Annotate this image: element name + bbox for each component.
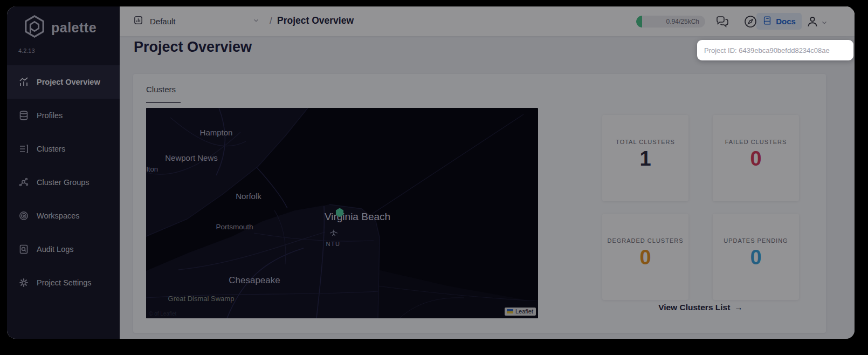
stat-label: DEGRADED CLUSTERS	[602, 237, 688, 244]
sidebar-item-label: Profiles	[37, 111, 63, 120]
map-attribution: © of Leaflet	[149, 311, 176, 317]
breadcrumb-separator: /	[270, 16, 272, 26]
stat-value: 1	[602, 147, 688, 170]
leaflet-attribution[interactable]: Leaflet	[505, 308, 536, 316]
stat-card-degraded-clusters: DEGRADED CLUSTERS 0	[602, 214, 688, 300]
stat-card-failed-clusters: FAILED CLUSTERS 0	[713, 115, 799, 201]
app-version: 4.2.13	[18, 47, 35, 54]
page-title: Project Overview	[134, 39, 252, 56]
project-id-tooltip: Project ID: 6439ebca90befdd8234c08ae	[697, 40, 853, 60]
sidebar-item-clusters[interactable]: Clusters	[7, 132, 120, 166]
sidebar-item-label: Audit Logs	[37, 245, 74, 254]
bar-chart-icon	[18, 77, 29, 87]
sidebar-nav: Project Overview Profiles	[7, 65, 120, 299]
docs-button[interactable]: Docs	[756, 13, 802, 30]
help-compass-icon[interactable]	[743, 14, 758, 29]
stat-value: 0	[602, 246, 688, 269]
network-icon	[18, 177, 29, 188]
stat-card-updates-pending: UPDATES PENDING 0	[713, 214, 799, 300]
stat-value: 0	[713, 147, 799, 170]
usage-meter-fill	[636, 16, 642, 28]
sidebar-item-cluster-groups[interactable]: Cluster Groups	[7, 166, 120, 199]
sidebar-item-audit-logs[interactable]: Audit Logs	[7, 233, 120, 266]
target-icon	[18, 210, 29, 221]
breadcrumb[interactable]: Project Overview	[277, 15, 354, 26]
brand-logo[interactable]: palette	[23, 15, 97, 40]
sidebar-item-label: Project Overview	[37, 78, 100, 86]
topbar: Default / Project Overview 0.94/25kCh	[120, 6, 855, 36]
screenshot-stage: palette 4.2.13 Project Overview	[0, 0, 868, 355]
book-icon	[762, 16, 772, 27]
stat-value: 0	[713, 246, 799, 269]
sidebar-item-profiles[interactable]: Profiles	[7, 99, 120, 132]
brand-name: palette	[51, 20, 97, 36]
ukraine-flag-icon	[507, 309, 513, 313]
clusters-map[interactable]: Hampton Newport News llton Norfolk Ports…	[146, 108, 538, 318]
chat-icon[interactable]	[715, 14, 730, 29]
view-clusters-list-label: View Clusters List	[658, 303, 730, 312]
tab-active-indicator	[146, 102, 181, 103]
clusters-panel: Clusters	[133, 74, 826, 333]
usage-meter-value: 0.94/25kCh	[666, 16, 699, 28]
project-scope-icon	[133, 15, 143, 28]
database-icon	[18, 110, 29, 121]
usage-meter: 0.94/25kCh	[636, 16, 705, 28]
user-menu-chevron-icon[interactable]	[821, 19, 828, 26]
sidebar-item-project-overview[interactable]: Project Overview	[7, 65, 120, 99]
sidebar-item-project-settings[interactable]: Project Settings	[7, 266, 120, 299]
doc-search-icon	[18, 244, 29, 255]
user-profile-icon[interactable]	[805, 15, 821, 30]
project-id-tooltip-text: Project ID: 6439ebca90befdd8234c08ae	[704, 46, 830, 54]
sidebar-item-label: Cluster Groups	[37, 178, 89, 187]
stat-label: FAILED CLUSTERS	[713, 139, 799, 145]
list-icon	[18, 144, 29, 154]
arrow-right-icon: →	[734, 303, 743, 312]
docs-button-label: Docs	[776, 17, 796, 26]
palette-app-window: palette 4.2.13 Project Overview	[7, 6, 855, 339]
tab-clusters[interactable]: Clusters	[146, 85, 176, 94]
view-clusters-list-link[interactable]: View Clusters List→	[602, 303, 799, 312]
project-selector-value: Default	[150, 17, 176, 26]
stat-label: TOTAL CLUSTERS	[602, 139, 688, 145]
sidebar-item-workspaces[interactable]: Workspaces	[7, 199, 120, 233]
sidebar: palette 4.2.13 Project Overview	[7, 6, 120, 339]
sidebar-item-label: Workspaces	[37, 211, 80, 220]
leaflet-label: Leaflet	[515, 308, 533, 315]
stat-card-total-clusters: TOTAL CLUSTERS 1	[602, 115, 688, 201]
project-selector[interactable]: Default	[133, 6, 260, 36]
sidebar-item-label: Project Settings	[37, 278, 92, 287]
chevron-down-icon	[252, 17, 260, 26]
sidebar-item-label: Clusters	[37, 145, 65, 153]
stat-label: UPDATES PENDING	[713, 237, 799, 244]
palette-hexagon-logo-icon	[23, 15, 46, 40]
gear-icon	[18, 277, 29, 288]
airport-plane-icon	[329, 228, 339, 240]
